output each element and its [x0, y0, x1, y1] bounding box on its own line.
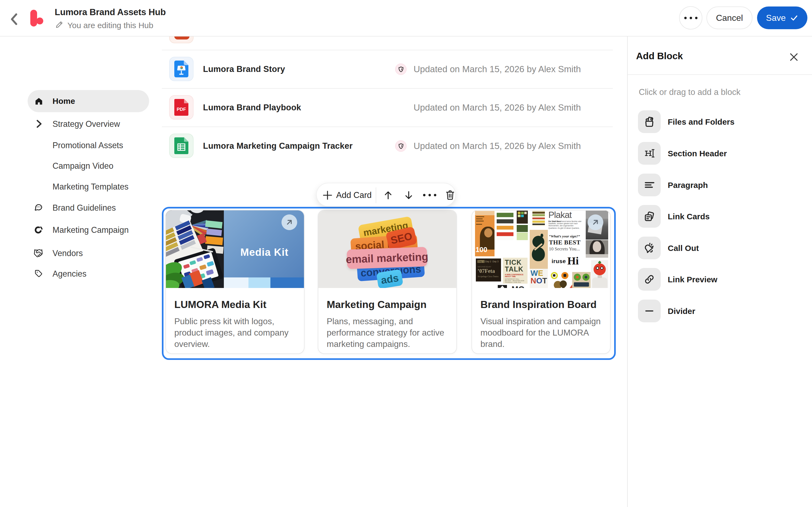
svg-text:PDF: PDF: [177, 107, 186, 112]
